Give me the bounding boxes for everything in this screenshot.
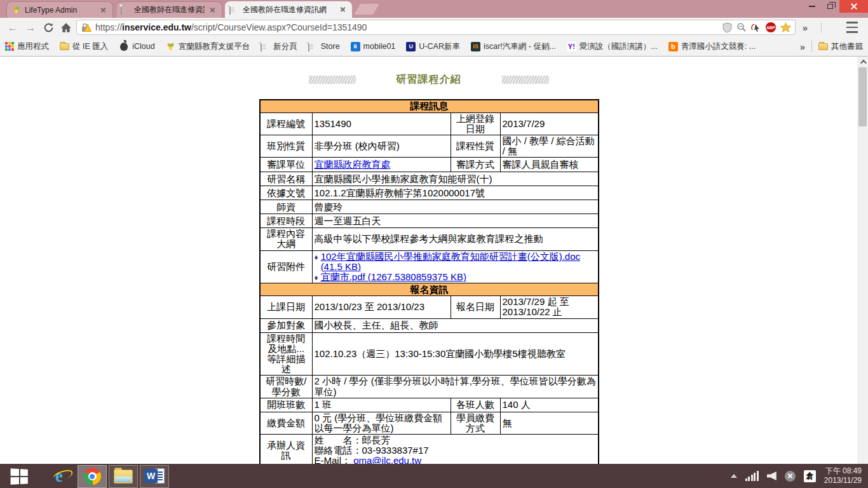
- taskbar-chrome-button[interactable]: [78, 465, 107, 488]
- mobile01-icon: 8: [351, 42, 360, 51]
- blogger-icon: b: [668, 42, 678, 51]
- toolbar-separator: [817, 20, 825, 35]
- attachment-doc-link[interactable]: 102年宜蘭縣國民小學推動家庭教育知能研習計畫(公文版).doc (41.5 K…: [321, 252, 596, 272]
- tab-inservice-1[interactable]: 全國教師在職進修資訊網: [116, 1, 222, 18]
- file-explorer-icon: [114, 470, 133, 484]
- web-page: 研習課程介紹 課程訊息 課程編號 1351490 上網登錄日期 2013/7/2…: [0, 57, 857, 464]
- page-icon: [229, 5, 239, 15]
- ssl-warning-lock-icon[interactable]: [81, 22, 92, 33]
- chrome-icon: [84, 468, 101, 485]
- windows-logo-icon: [11, 468, 28, 484]
- tab-lifetype-admin[interactable]: LifeType Admin: [6, 1, 113, 18]
- taskbar-explorer-button[interactable]: [109, 465, 138, 488]
- scrollbar-up-arrow[interactable]: [857, 57, 868, 67]
- bookmarks-overflow-button[interactable]: »: [800, 41, 805, 52]
- tab-title: LifeType Admin: [25, 6, 95, 15]
- diamond-bullet-icon: ♦: [315, 274, 318, 282]
- table-row-attachments: 研習附件 ♦102年宜蘭縣國民小學推動家庭教育知能研習計畫(公文版).doc (…: [260, 250, 599, 283]
- system-tray: 倉 下午 08:49 2013/11/29: [731, 466, 868, 485]
- pointer-extension-icon[interactable]: [751, 22, 761, 32]
- adblock-plus-icon[interactable]: ABP: [766, 22, 776, 32]
- tab-close-icon[interactable]: [99, 6, 108, 15]
- page-icon: [308, 42, 318, 51]
- section-header-course-info: 課程訊息: [260, 100, 599, 112]
- table-row: 參加對象國小校長、主任、組長、教師: [260, 318, 599, 332]
- table-row: 課程編號 1351490 上網登錄日期 2013/7/29: [260, 112, 599, 135]
- bookmark-item-store[interactable]: Store: [308, 42, 340, 51]
- table-row: 依據文號102.1.2宜蘭縣府教輔字第1020000017號: [260, 186, 599, 200]
- bookmark-item-speech[interactable]: Y! 愛演說（國語演講）...: [567, 41, 658, 52]
- table-row: 課程時間及地點...等詳細描述 102.10.23（週三）13:30-15:30…: [260, 332, 599, 376]
- contact-name: 姓 名：郎長芳: [315, 435, 597, 445]
- bookmark-item-newtab[interactable]: 新分頁: [261, 41, 297, 52]
- ime-indicator[interactable]: 倉: [804, 470, 816, 482]
- review-unit-link[interactable]: 宜蘭縣政府教育處: [315, 159, 391, 170]
- restore-button[interactable]: [821, 0, 839, 13]
- network-signal-icon[interactable]: [745, 471, 759, 481]
- bookmark-item-yilan-platform[interactable]: 宜蘭縣教育支援平台: [166, 41, 250, 52]
- tray-date: 2013/11/29: [824, 476, 862, 485]
- bookmarks-right: » 其他書籤: [800, 41, 863, 52]
- taskbar-ie-button[interactable]: e: [44, 465, 74, 488]
- tab-title: 全國教師在職進修資訊網: [134, 4, 205, 15]
- reload-button[interactable]: [41, 20, 56, 35]
- tab-close-icon[interactable]: [339, 5, 348, 14]
- tab-inservice-2-active[interactable]: 全國教師在職進修資訊網: [225, 1, 352, 18]
- table-row: 上課日期 2013/10/23 至 2013/10/23 報名日期 2013/7…: [260, 296, 599, 318]
- url[interactable]: https://inservice.edu.tw/script/CourseVi…: [95, 22, 717, 32]
- apps-grid-icon: [5, 42, 14, 51]
- bookmark-item-ucar[interactable]: U U-CAR新車: [406, 41, 460, 52]
- lifetype-icon: [166, 42, 175, 51]
- course-table: 課程訊息 課程編號 1351490 上網登錄日期 2013/7/29 班別性質 …: [259, 99, 599, 464]
- new-tab-button[interactable]: [354, 4, 379, 15]
- scrollbar-thumb[interactable]: [858, 67, 867, 126]
- page-title: 研習課程介紹: [397, 73, 461, 86]
- page-header: 研習課程介紹: [259, 74, 598, 85]
- window-titlebar: LifeType Admin 全國教師在職進修資訊網 全國教師在職進修資訊網: [0, 0, 868, 18]
- attachment-pdf-link[interactable]: 宜蘭市.pdf (1267.5380859375 KB): [321, 272, 466, 282]
- tab-close-icon[interactable]: [208, 6, 217, 15]
- reload-icon: [43, 22, 54, 33]
- minimize-button[interactable]: [803, 0, 821, 13]
- internet-explorer-icon: e: [55, 466, 63, 486]
- table-row: 課程時段週一至週五白天: [260, 214, 599, 228]
- page-icon: [261, 42, 270, 51]
- contact-email-link[interactable]: oma@ilc.edu.tw: [353, 455, 421, 464]
- bookmark-item-mobile01[interactable]: 8 mobile01: [351, 42, 396, 51]
- chrome-menu-button[interactable]: [844, 20, 860, 35]
- bookmark-item-ie-import[interactable]: 從 IE 匯入: [60, 41, 108, 52]
- url-scheme: https://: [95, 22, 122, 32]
- omnibox-icons: ABP: [722, 22, 791, 33]
- scrollbar[interactable]: [857, 57, 868, 464]
- taskbar-word-button[interactable]: W: [140, 465, 169, 488]
- start-button[interactable]: [0, 465, 39, 488]
- other-bookmarks-button[interactable]: 其他書籤: [818, 41, 863, 52]
- forward-button[interactable]: →: [23, 20, 38, 35]
- close-button[interactable]: [839, 0, 868, 13]
- table-row: 研習名稱宜蘭縣國民小學推動家庭教育知能研習(十): [260, 172, 599, 186]
- back-button[interactable]: ←: [5, 20, 20, 35]
- folder-icon: [818, 43, 828, 50]
- yahoo-icon: Y!: [567, 42, 576, 51]
- tray-app-icon[interactable]: [785, 471, 796, 482]
- word-icon: W: [144, 468, 165, 485]
- iscar-icon: iS: [471, 42, 480, 51]
- bookmark-item-blog-contest[interactable]: b 青潭國小語文競賽: ...: [668, 41, 756, 52]
- ucar-icon: U: [406, 42, 416, 51]
- volume-icon[interactable]: [767, 471, 776, 480]
- bookmark-item-iscar[interactable]: iS iscar!汽車網 - 促銷...: [471, 41, 556, 52]
- hidden-icons-arrow-icon[interactable]: [731, 474, 737, 478]
- window-controls: [803, 0, 868, 13]
- folder-icon: [60, 43, 69, 50]
- home-button[interactable]: [58, 20, 74, 35]
- shield-icon[interactable]: [722, 22, 732, 33]
- zoom-out-icon[interactable]: [736, 22, 747, 32]
- decorative-hatch-left: [309, 76, 356, 84]
- address-bar[interactable]: https://inservice.edu.tw/script/CourseVi…: [76, 20, 796, 35]
- tray-time: 下午 08:49: [824, 466, 862, 476]
- bookmark-star-icon[interactable]: [780, 22, 791, 33]
- extensions-overflow-button[interactable]: »: [798, 20, 812, 35]
- bookmark-item-apps[interactable]: 應用程式: [5, 41, 49, 52]
- taskbar-clock[interactable]: 下午 08:49 2013/11/29: [824, 466, 862, 485]
- bookmark-item-icloud[interactable]: iCloud: [119, 42, 154, 51]
